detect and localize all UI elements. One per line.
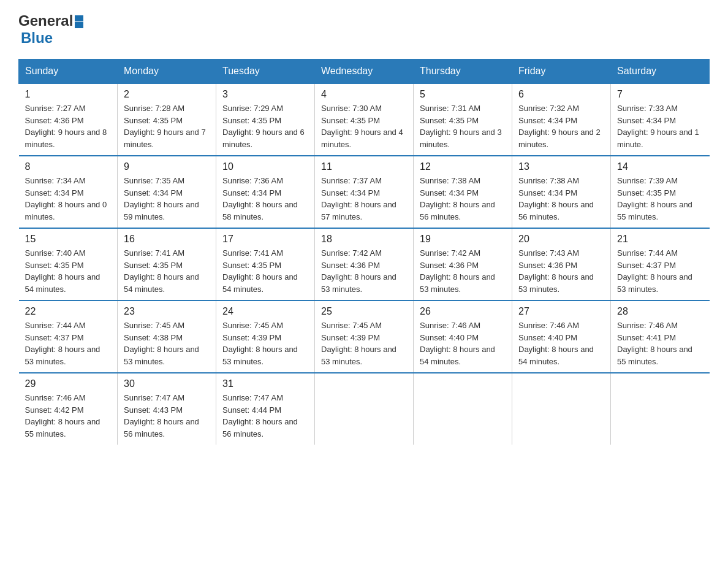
day-number: 27	[518, 306, 604, 317]
day-number: 3	[222, 89, 308, 100]
day-number: 15	[25, 234, 112, 245]
calendar-day-cell: 26 Sunrise: 7:46 AM Sunset: 4:40 PM Dayl…	[414, 301, 512, 373]
calendar-day-cell: 19 Sunrise: 7:42 AM Sunset: 4:36 PM Dayl…	[414, 228, 512, 301]
day-number: 19	[420, 234, 506, 245]
calendar-day-cell	[315, 373, 414, 445]
weekday-header: Tuesday	[216, 59, 315, 84]
calendar-day-cell: 3 Sunrise: 7:29 AM Sunset: 4:35 PM Dayli…	[216, 83, 315, 156]
calendar-day-cell: 31 Sunrise: 7:47 AM Sunset: 4:44 PM Dayl…	[216, 373, 315, 445]
day-info: Sunrise: 7:45 AM Sunset: 4:39 PM Dayligh…	[222, 320, 308, 367]
day-number: 26	[420, 306, 506, 317]
day-number: 9	[124, 161, 210, 172]
calendar-day-cell: 13 Sunrise: 7:38 AM Sunset: 4:34 PM Dayl…	[512, 156, 611, 228]
weekday-header: Sunday	[19, 59, 118, 84]
calendar-week-row: 8 Sunrise: 7:34 AM Sunset: 4:34 PM Dayli…	[19, 156, 710, 228]
day-number: 2	[124, 89, 210, 100]
calendar-day-cell	[512, 373, 611, 445]
day-number: 23	[124, 306, 210, 317]
day-number: 4	[321, 89, 407, 100]
day-info: Sunrise: 7:45 AM Sunset: 4:39 PM Dayligh…	[321, 320, 407, 367]
day-info: Sunrise: 7:31 AM Sunset: 4:35 PM Dayligh…	[420, 102, 506, 150]
calendar-day-cell: 17 Sunrise: 7:41 AM Sunset: 4:35 PM Dayl…	[216, 228, 315, 301]
calendar-day-cell: 16 Sunrise: 7:41 AM Sunset: 4:35 PM Dayl…	[118, 228, 216, 301]
calendar-header: SundayMondayTuesdayWednesdayThursdayFrid…	[19, 59, 710, 84]
calendar-table: SundayMondayTuesdayWednesdayThursdayFrid…	[18, 59, 710, 445]
day-info: Sunrise: 7:29 AM Sunset: 4:35 PM Dayligh…	[222, 102, 308, 150]
day-number: 16	[124, 234, 210, 245]
calendar-day-cell: 4 Sunrise: 7:30 AM Sunset: 4:35 PM Dayli…	[315, 83, 414, 156]
day-info: Sunrise: 7:43 AM Sunset: 4:36 PM Dayligh…	[518, 247, 604, 295]
day-info: Sunrise: 7:41 AM Sunset: 4:35 PM Dayligh…	[124, 247, 210, 295]
day-info: Sunrise: 7:41 AM Sunset: 4:35 PM Dayligh…	[222, 247, 308, 295]
logo-general-text: General	[18, 12, 73, 29]
day-number: 30	[124, 378, 210, 389]
calendar-day-cell: 18 Sunrise: 7:42 AM Sunset: 4:36 PM Dayl…	[315, 228, 414, 301]
calendar-day-cell: 28 Sunrise: 7:46 AM Sunset: 4:41 PM Dayl…	[611, 301, 710, 373]
day-number: 24	[222, 306, 308, 317]
day-number: 11	[321, 161, 407, 172]
day-info: Sunrise: 7:27 AM Sunset: 4:36 PM Dayligh…	[25, 102, 112, 150]
day-info: Sunrise: 7:44 AM Sunset: 4:37 PM Dayligh…	[25, 320, 112, 367]
day-number: 7	[617, 89, 703, 100]
weekday-header: Thursday	[414, 59, 512, 84]
day-number: 21	[617, 234, 703, 245]
day-number: 25	[321, 306, 407, 317]
weekday-header: Wednesday	[315, 59, 414, 84]
day-info: Sunrise: 7:38 AM Sunset: 4:34 PM Dayligh…	[420, 175, 506, 223]
day-info: Sunrise: 7:36 AM Sunset: 4:34 PM Dayligh…	[222, 175, 308, 223]
calendar-day-cell: 7 Sunrise: 7:33 AM Sunset: 4:34 PM Dayli…	[611, 83, 710, 156]
day-number: 6	[518, 89, 604, 100]
calendar-week-row: 22 Sunrise: 7:44 AM Sunset: 4:37 PM Dayl…	[19, 301, 710, 373]
calendar-day-cell: 9 Sunrise: 7:35 AM Sunset: 4:34 PM Dayli…	[118, 156, 216, 228]
day-number: 18	[321, 234, 407, 245]
day-info: Sunrise: 7:46 AM Sunset: 4:41 PM Dayligh…	[617, 320, 703, 367]
day-info: Sunrise: 7:42 AM Sunset: 4:36 PM Dayligh…	[420, 247, 506, 295]
calendar-day-cell: 12 Sunrise: 7:38 AM Sunset: 4:34 PM Dayl…	[414, 156, 512, 228]
calendar-day-cell	[414, 373, 512, 445]
day-info: Sunrise: 7:34 AM Sunset: 4:34 PM Dayligh…	[25, 175, 112, 223]
day-number: 1	[25, 89, 112, 100]
calendar-day-cell: 23 Sunrise: 7:45 AM Sunset: 4:38 PM Dayl…	[118, 301, 216, 373]
calendar-week-row: 1 Sunrise: 7:27 AM Sunset: 4:36 PM Dayli…	[19, 83, 710, 156]
calendar-day-cell: 14 Sunrise: 7:39 AM Sunset: 4:35 PM Dayl…	[611, 156, 710, 228]
day-info: Sunrise: 7:32 AM Sunset: 4:34 PM Dayligh…	[518, 102, 604, 150]
day-number: 14	[617, 161, 703, 172]
day-info: Sunrise: 7:45 AM Sunset: 4:38 PM Dayligh…	[124, 320, 210, 367]
calendar-day-cell: 25 Sunrise: 7:45 AM Sunset: 4:39 PM Dayl…	[315, 301, 414, 373]
day-number: 10	[222, 161, 308, 172]
calendar-day-cell: 15 Sunrise: 7:40 AM Sunset: 4:35 PM Dayl…	[19, 228, 118, 301]
calendar-day-cell: 5 Sunrise: 7:31 AM Sunset: 4:35 PM Dayli…	[414, 83, 512, 156]
page-header: General Blue	[18, 12, 710, 47]
calendar-body: 1 Sunrise: 7:27 AM Sunset: 4:36 PM Dayli…	[19, 83, 710, 445]
weekday-header: Friday	[512, 59, 611, 84]
day-info: Sunrise: 7:46 AM Sunset: 4:40 PM Dayligh…	[420, 320, 506, 367]
logo: General Blue	[18, 12, 83, 47]
day-info: Sunrise: 7:40 AM Sunset: 4:35 PM Dayligh…	[25, 247, 112, 295]
calendar-day-cell: 29 Sunrise: 7:46 AM Sunset: 4:42 PM Dayl…	[19, 373, 118, 445]
weekday-header: Monday	[118, 59, 216, 84]
day-number: 13	[518, 161, 604, 172]
day-info: Sunrise: 7:35 AM Sunset: 4:34 PM Dayligh…	[124, 175, 210, 223]
calendar-day-cell	[611, 373, 710, 445]
day-number: 5	[420, 89, 506, 100]
day-info: Sunrise: 7:47 AM Sunset: 4:44 PM Dayligh…	[222, 392, 308, 440]
calendar-day-cell: 8 Sunrise: 7:34 AM Sunset: 4:34 PM Dayli…	[19, 156, 118, 228]
logo-blue-text: Blue	[21, 29, 53, 46]
day-number: 31	[222, 378, 308, 389]
day-info: Sunrise: 7:39 AM Sunset: 4:35 PM Dayligh…	[617, 175, 703, 223]
day-info: Sunrise: 7:33 AM Sunset: 4:34 PM Dayligh…	[617, 102, 703, 150]
day-number: 12	[420, 161, 506, 172]
calendar-week-row: 15 Sunrise: 7:40 AM Sunset: 4:35 PM Dayl…	[19, 228, 710, 301]
calendar-week-row: 29 Sunrise: 7:46 AM Sunset: 4:42 PM Dayl…	[19, 373, 710, 445]
calendar-day-cell: 11 Sunrise: 7:37 AM Sunset: 4:34 PM Dayl…	[315, 156, 414, 228]
day-number: 17	[222, 234, 308, 245]
day-info: Sunrise: 7:46 AM Sunset: 4:42 PM Dayligh…	[25, 392, 112, 440]
day-info: Sunrise: 7:47 AM Sunset: 4:43 PM Dayligh…	[124, 392, 210, 440]
day-info: Sunrise: 7:28 AM Sunset: 4:35 PM Dayligh…	[124, 102, 210, 150]
day-info: Sunrise: 7:46 AM Sunset: 4:40 PM Dayligh…	[518, 320, 604, 367]
day-number: 29	[25, 378, 112, 389]
calendar-day-cell: 30 Sunrise: 7:47 AM Sunset: 4:43 PM Dayl…	[118, 373, 216, 445]
weekday-header: Saturday	[611, 59, 710, 84]
day-info: Sunrise: 7:42 AM Sunset: 4:36 PM Dayligh…	[321, 247, 407, 295]
day-info: Sunrise: 7:30 AM Sunset: 4:35 PM Dayligh…	[321, 102, 407, 150]
